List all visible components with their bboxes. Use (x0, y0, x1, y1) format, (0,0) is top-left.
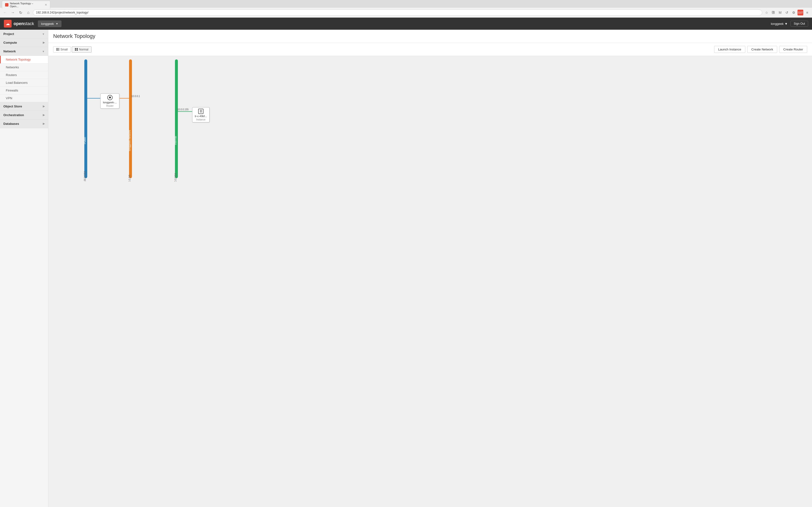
tab-title: Network Topology – Open... (10, 2, 42, 8)
sidebar-item-routers[interactable]: Routers (0, 71, 48, 79)
compute-arrow-icon: ▶ (43, 41, 45, 44)
networks-label: Networks (6, 65, 19, 69)
weibo-icon[interactable]: 微 (770, 10, 776, 15)
compute-label: Compute (3, 41, 17, 44)
instance-sublabel: Instance (196, 118, 205, 121)
launch-instance-button[interactable]: Launch Instance (714, 46, 745, 53)
orchestration-label: Orchestration (3, 113, 24, 117)
tab-favicon (5, 3, 8, 6)
content-header: Network Topology (48, 30, 812, 43)
topology-container: 10.0.0.1 10.0.0.155 Public longgeek-netw… (48, 56, 812, 181)
internal-network-label: Internal (174, 136, 177, 145)
view-small-button[interactable]: Small (53, 46, 71, 53)
logo-open: open (13, 21, 24, 26)
view-normal-button[interactable]: Normal (72, 46, 92, 53)
sidebar-section-databases[interactable]: Databases ▶ (0, 119, 48, 128)
dropdown-arrow-icon: ▼ (56, 22, 58, 25)
sidebar-section-object-store[interactable]: Object Store ▶ (0, 102, 48, 111)
router-sublabel: Router (106, 105, 114, 107)
openstack-logo: ☁ openstack (4, 20, 34, 27)
bookmark-icon[interactable]: ☆ (764, 10, 769, 15)
databases-arrow-icon: ▶ (43, 122, 45, 125)
longgeek-cidr-label: 10.0.0/8 (128, 175, 131, 181)
vpn-label: VPN (6, 96, 12, 100)
object-store-label: Object Store (3, 105, 22, 108)
extension-icon[interactable]: ⚙ (791, 10, 797, 15)
address-bar[interactable] (33, 9, 762, 16)
browser-chrome: Network Topology – Open... ✕ ← → ↻ ⌂ ☆ 微… (0, 0, 812, 18)
create-network-button[interactable]: Create Network (747, 46, 777, 53)
header-left: ☁ openstack longgeek ▼ (4, 20, 61, 27)
project-arrow-icon: ▼ (42, 33, 45, 36)
instance-ip-label: 10.0.0.155 (177, 108, 189, 111)
logo-text: openstack (13, 21, 34, 26)
router-name: longgeek-... (103, 101, 117, 104)
sidebar-section-network[interactable]: Network ▼ (0, 47, 48, 56)
sidebar-item-vpn[interactable]: VPN (0, 95, 48, 102)
project-name: longgeek (41, 22, 54, 25)
browser-tab[interactable]: Network Topology – Open... ✕ (2, 1, 50, 9)
public-network-label: Public (83, 137, 86, 144)
instance-icon: ☰ (198, 109, 203, 114)
topology-svg: 10.0.0.1 10.0.0.155 Public longgeek-netw… (48, 56, 812, 181)
logo-stack: stack (24, 21, 34, 26)
internal-cidr-label: 10.0.0.0/24 (174, 173, 177, 181)
toolbar-icons: ☆ 微 M ↺ ⚙ 3107 ≡ (764, 10, 810, 15)
sidebar-item-firewalls[interactable]: Firewalls (0, 87, 48, 95)
more-icon[interactable]: ≡ (804, 10, 810, 15)
router-icon: ✱ (107, 95, 113, 100)
refresh-icon[interactable]: ↺ (784, 10, 790, 15)
sidebar-section-compute[interactable]: Compute ▶ (0, 38, 48, 47)
databases-label: Databases (3, 122, 19, 125)
page-title: Network Topology (53, 33, 807, 39)
routers-label: Routers (6, 73, 17, 77)
action-buttons: Launch Instance Create Network Create Ro… (714, 46, 807, 53)
router-ip-label: 10.0.0.1 (131, 95, 140, 98)
gmail-icon[interactable]: M (777, 10, 783, 15)
header-right: longgeek ▼ Sign Out (771, 21, 808, 26)
project-dropdown[interactable]: longgeek ▼ (38, 20, 61, 27)
content-toolbar: Small Normal Launch Instance Create Netw… (48, 43, 812, 56)
normal-grid-icon (75, 48, 78, 51)
public-cidr-label: 192.168.8.0/24 (84, 171, 86, 181)
load-balancers-label: Load Balancers (6, 81, 28, 84)
user-dropdown[interactable]: longgeek ▼ (771, 22, 788, 25)
app-header: ☁ openstack longgeek ▼ longgeek ▼ Sign O… (0, 18, 812, 30)
sidebar-item-network-topology[interactable]: Network Topology (0, 56, 48, 63)
view-normal-label: Normal (79, 48, 89, 51)
create-router-button[interactable]: Create Router (779, 46, 807, 53)
sidebar: Project ▼ Compute ▶ Network ▼ Network To… (0, 30, 48, 507)
content-area: Network Topology Small (48, 30, 812, 507)
network-topology-label: Network Topology (6, 58, 31, 61)
firewalls-label: Firewalls (6, 89, 18, 92)
forward-button[interactable]: → (10, 9, 16, 16)
sign-out-button[interactable]: Sign Out (791, 21, 808, 26)
reload-button[interactable]: ↻ (17, 9, 24, 16)
sidebar-item-load-balancers[interactable]: Load Balancers (0, 79, 48, 87)
view-small-label: Small (60, 48, 68, 51)
network-label: Network (3, 50, 16, 53)
small-grid-icon (56, 48, 59, 51)
sidebar-section-orchestration[interactable]: Orchestration ▶ (0, 111, 48, 119)
project-header[interactable]: Project ▼ (0, 30, 48, 38)
main-layout: Project ▼ Compute ▶ Network ▼ Network To… (0, 30, 812, 507)
logo-icon: ☁ (4, 20, 12, 27)
object-store-arrow-icon: ▶ (43, 105, 45, 108)
user-name: longgeek (771, 22, 784, 25)
sidebar-item-networks[interactable]: Networks (0, 63, 48, 71)
longgeek-network-label: longgeek-network (128, 130, 131, 151)
tab-close-btn[interactable]: ✕ (45, 3, 47, 6)
browser-toolbar: ← → ↻ ⌂ ☆ 微 M ↺ ⚙ 3107 ≡ (0, 8, 812, 17)
tab-bar: Network Topology – Open... ✕ (0, 0, 812, 8)
badge-icon[interactable]: 3107 (798, 10, 803, 15)
view-toggle: Small Normal (53, 46, 92, 53)
instance-node[interactable]: ☰ tr-c-49bf... Instance (192, 107, 209, 122)
router-node[interactable]: ✱ longgeek-... Router (100, 94, 119, 109)
back-button[interactable]: ← (2, 9, 8, 16)
network-arrow-icon: ▼ (42, 50, 45, 53)
user-arrow-icon: ▼ (784, 22, 788, 25)
home-button[interactable]: ⌂ (25, 9, 32, 16)
orchestration-arrow-icon: ▶ (43, 113, 45, 117)
project-header-label: Project (3, 32, 14, 36)
instance-name: tr-c-49bf... (195, 115, 207, 118)
